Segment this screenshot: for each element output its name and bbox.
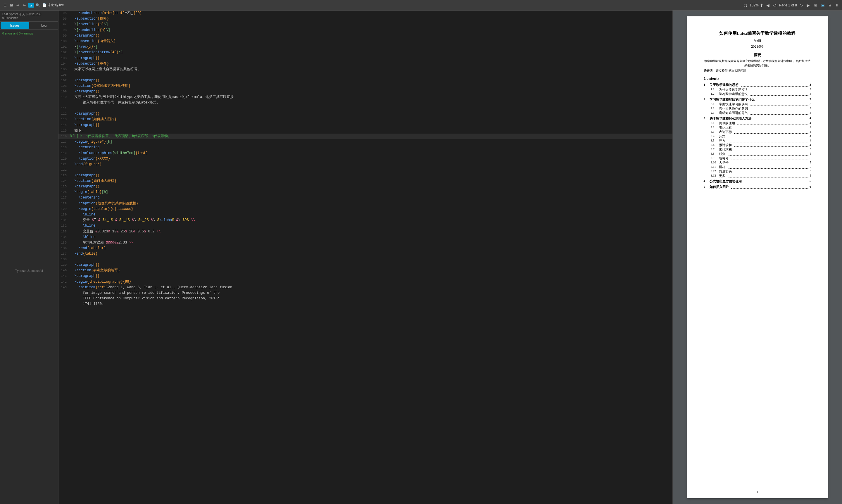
toc-subsection: 3.8积分5 [704,152,811,156]
line-code: \caption{XXXXX} [70,156,673,162]
line-code: \hline [70,223,673,229]
view-icons: ⊞ ▣ 🖥 ⏸ [813,2,840,8]
line-number: 131 [58,217,70,223]
toc-subsection: 3.10大括号5 [704,161,811,165]
line-number: 128 [58,201,70,206]
editor-line: 101 \[\vec{x}\] [58,44,673,50]
line-code [70,257,673,262]
editor-line: 104 \subsection{更多} [58,61,673,67]
tab-log[interactable]: Log [30,22,58,29]
pdf-content[interactable]: 如何使用Latex编写关于数学建模的教程 fxalll 2021/5/3 摘要 … [673,11,842,504]
line-number: 123 [58,173,70,178]
page-info: Page 1 of 8 [779,3,797,7]
line-number: 101 [58,44,70,50]
toc-subsection: 1.1为什么要数学建模？3 [704,88,811,92]
left-tabs: Issues Log [0,22,58,30]
line-number: 103 [58,56,70,61]
filename-label: 未命名.tex [48,3,64,7]
editor-line: 1741-1750. [58,301,673,307]
line-number: 139 [58,262,70,268]
prev-page-btn2[interactable]: ◁ [772,2,777,8]
typeset-status: Last typeset 今天 下午9:59:38 0.0 seconds [0,11,58,22]
window-icon[interactable]: ⊞ [9,3,14,8]
line-code: \underbrace{a+b+{cdot}^2}_{20} [70,11,673,16]
line-code: 实际上大家可以到网上查找Mathtype之类的工具，我使用的是mac上的xFor… [70,94,673,100]
editor-line: 122 [58,167,673,173]
grid-view-icon[interactable]: ⊞ [813,2,819,8]
editor-line: 117 \begin{figure*}[h] [58,139,673,145]
line-number: 140 [58,268,70,273]
forward-icon[interactable]: ↪ [22,3,27,8]
line-number: 137 [58,251,70,257]
line-number: 119 [58,150,70,156]
line-number: 97 [58,22,70,27]
pdf-date: 2021/5/3 [704,44,811,49]
line-code [70,167,673,173]
editor-line: 109 \paragraph{} [58,89,673,94]
toc-subsection: 2.3磨砺知难而进的勇气3 [704,111,811,115]
editor-line: 143 \bibitem{ref1}Zheng L, Wang S, Tian … [58,285,673,290]
editor-line: 130 \hline [58,212,673,217]
editor-line: 115 如下： [58,128,673,133]
editor-line: 113 \section{如何插入图片} [58,116,673,122]
editor-line: 119 \includegraphics[width=7cm]{test} [58,150,673,156]
pause-icon[interactable]: ⏸ [834,2,840,8]
line-code: \[\vec{x}\] [70,44,673,50]
line-number: 98 [58,28,70,33]
tab-issues[interactable]: Issues [1,22,29,29]
line-code: \paragraph{} [70,262,673,268]
toc-subsection: 3.9省略号5 [704,157,811,161]
monitor-icon[interactable]: 🖥 [827,2,832,8]
line-number: 114 [58,123,70,128]
editor-line: 139 \paragraph{} [58,262,673,268]
typeset-time: 今天 下午9:59:38 [19,13,41,16]
next-page-btn2[interactable]: ▶ [806,2,810,8]
page-info-text: Page 1 of 8 [779,3,797,7]
line-number: 134 [58,234,70,240]
next-page-btn[interactable]: ▷ [799,2,804,8]
line-number: 141 [58,273,70,279]
prev-page-btn[interactable]: ◀ [766,2,770,8]
pdf-abstract-text: 数学建模就是根据实际问题来建立数学模型，对数学模型来进行求解， 然后根据结果去解… [704,59,811,68]
keywords-label: 关键词： [704,69,715,72]
line-number: 127 [58,195,70,201]
editor-line: IEEE Conference on Computer Vision and P… [58,296,673,301]
line-code: 输入想要的数学符号，并支持复制为Latex格式。 [70,100,673,106]
hamburger-icon[interactable]: ☰ [2,3,7,8]
line-code: \[\overline{a}\] [70,22,673,27]
editor-line: 103 \paragraph{} [58,56,673,61]
single-view-icon[interactable]: ▣ [820,2,826,8]
editor-line: 132 \hline [58,223,673,229]
editor-line: 105 大家可以在网上查找自己需要的其他符号。 [58,67,673,72]
line-code: 如下： [70,128,673,133]
toc-subsection: 3.11横杆5 [704,165,811,169]
editor-line: 116%[h]中，h代表当前位置、t代表顶部、b代表底部、p代表浮动。 [58,133,673,139]
editor-line: 118 \centering [58,145,673,150]
line-number: 115 [58,128,70,133]
errors-display: 0 errors and 0 warnings [0,30,58,37]
zoom-up-icon[interactable]: ⬆ [760,3,763,7]
line-number: 117 [58,139,70,145]
search-icon[interactable]: 🔍 [35,3,41,8]
editor-line: 129 \begin{tabular}{c|ccccccc} [58,206,673,212]
line-number: 142 [58,279,70,285]
editor-line: 136 \end{tabular} [58,246,673,251]
line-code: \end{figure*} [70,162,673,167]
line-number: 126 [58,190,70,195]
app-logo: ▲ [28,3,34,7]
editor-line: 输入想要的数学符号，并支持复制为Latex格式。 [58,100,673,106]
last-typeset-label: Last typeset 今天 下午9:59:38 [2,12,56,16]
editor-content[interactable]: 95 \underbrace{a+b+{cdot}^2}_{20}96 \sub… [58,11,673,504]
line-number: 135 [58,240,70,246]
line-number: 116 [58,133,70,139]
toc-container: 1关于数学建模的思想31.1为什么要数学建模？31.2学习数学建模的意义32学习… [704,83,811,189]
line-number [58,100,70,106]
back-icon[interactable]: ↩ [15,3,20,8]
line-number [58,301,70,307]
editor-panel[interactable]: 95 \underbrace{a+b+{cdot}^2}_{20}96 \sub… [58,11,673,504]
line-number: 130 [58,212,70,217]
line-code: 平均相对误差 &&&&&&2.33 \\ [70,240,673,246]
line-code: \begin{thebibliography}{99} [70,279,673,285]
line-code: \end{tabular} [70,246,673,251]
line-code: 大家可以在网上查找自己需要的其他符号。 [70,67,673,72]
